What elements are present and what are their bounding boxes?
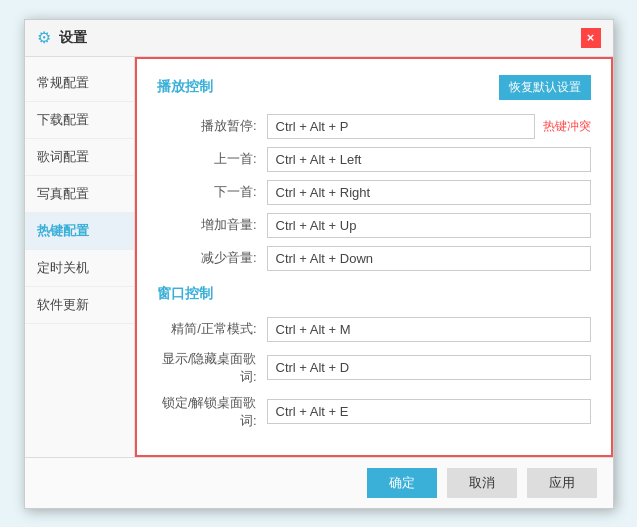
conflict-badge-play-pause: 热键冲突 xyxy=(543,118,591,135)
playback-section-header: 播放控制 恢复默认设置 xyxy=(157,75,591,100)
shortcut-input-wrap-play-pause xyxy=(267,114,535,139)
dialog-body: 常规配置 下载配置 歌词配置 写真配置 热键配置 定时关机 软件更新 播放控制 … xyxy=(25,57,613,457)
shortcut-label-mini: 精简/正常模式: xyxy=(157,320,267,338)
sidebar-item-general[interactable]: 常规配置 xyxy=(25,65,134,102)
cancel-button[interactable]: 取消 xyxy=(447,468,517,498)
sidebar-item-hotkey[interactable]: 热键配置 xyxy=(25,213,134,250)
shortcut-input-wrap-show-desktop xyxy=(267,355,591,380)
sidebar-item-photo[interactable]: 写真配置 xyxy=(25,176,134,213)
shortcut-label-vol-down: 减少音量: xyxy=(157,249,267,267)
apply-button[interactable]: 应用 xyxy=(527,468,597,498)
shortcut-input-wrap-vol-down xyxy=(267,246,591,271)
shortcut-row-next: 下一首: xyxy=(157,180,591,205)
gear-icon: ⚙ xyxy=(37,28,51,47)
shortcut-row-lock-desktop: 锁定/解锁桌面歌词: xyxy=(157,394,591,430)
shortcut-input-show-desktop[interactable] xyxy=(267,355,591,380)
dialog-footer: 确定 取消 应用 xyxy=(25,457,613,508)
shortcut-input-vol-up[interactable] xyxy=(267,213,591,238)
shortcut-input-wrap-prev xyxy=(267,147,591,172)
dialog-title: 设置 xyxy=(59,29,87,47)
sidebar-item-timer[interactable]: 定时关机 xyxy=(25,250,134,287)
shortcut-row-prev: 上一首: xyxy=(157,147,591,172)
shortcut-row-show-desktop: 显示/隐藏桌面歌词: xyxy=(157,350,591,386)
sidebar-item-lyrics[interactable]: 歌词配置 xyxy=(25,139,134,176)
shortcut-input-mini[interactable] xyxy=(267,317,591,342)
shortcut-label-show-desktop: 显示/隐藏桌面歌词: xyxy=(157,350,267,386)
reset-button[interactable]: 恢复默认设置 xyxy=(499,75,591,100)
window-section-header: 窗口控制 xyxy=(157,285,591,303)
shortcut-label-lock-desktop: 锁定/解锁桌面歌词: xyxy=(157,394,267,430)
window-section-title: 窗口控制 xyxy=(157,285,213,303)
settings-dialog: ⚙ 设置 × 常规配置 下载配置 歌词配置 写真配置 热键配置 定时关机 软件更… xyxy=(24,19,614,509)
shortcut-input-vol-down[interactable] xyxy=(267,246,591,271)
shortcut-input-prev[interactable] xyxy=(267,147,591,172)
shortcut-input-next[interactable] xyxy=(267,180,591,205)
shortcut-input-lock-desktop[interactable] xyxy=(267,399,591,424)
confirm-button[interactable]: 确定 xyxy=(367,468,437,498)
shortcut-row-mini: 精简/正常模式: xyxy=(157,317,591,342)
sidebar-item-download[interactable]: 下载配置 xyxy=(25,102,134,139)
sidebar: 常规配置 下载配置 歌词配置 写真配置 热键配置 定时关机 软件更新 xyxy=(25,57,135,457)
shortcut-label-next: 下一首: xyxy=(157,183,267,201)
dialog-header: ⚙ 设置 × xyxy=(25,20,613,57)
shortcut-input-wrap-lock-desktop xyxy=(267,399,591,424)
shortcut-label-prev: 上一首: xyxy=(157,150,267,168)
content-area: 播放控制 恢复默认设置 播放暂停: 热键冲突 上一首: 下一首: xyxy=(135,57,613,457)
shortcut-input-wrap-next xyxy=(267,180,591,205)
shortcut-input-wrap-vol-up xyxy=(267,213,591,238)
shortcut-label-play-pause: 播放暂停: xyxy=(157,117,267,135)
close-button[interactable]: × xyxy=(581,28,601,48)
shortcut-row-vol-up: 增加音量: xyxy=(157,213,591,238)
shortcut-row-vol-down: 减少音量: xyxy=(157,246,591,271)
sidebar-item-update[interactable]: 软件更新 xyxy=(25,287,134,324)
title-group: ⚙ 设置 xyxy=(37,28,87,47)
shortcut-label-vol-up: 增加音量: xyxy=(157,216,267,234)
shortcut-row-play-pause: 播放暂停: 热键冲突 xyxy=(157,114,591,139)
shortcut-input-play-pause[interactable] xyxy=(267,114,535,139)
shortcut-input-wrap-mini xyxy=(267,317,591,342)
playback-section-title: 播放控制 xyxy=(157,78,213,96)
